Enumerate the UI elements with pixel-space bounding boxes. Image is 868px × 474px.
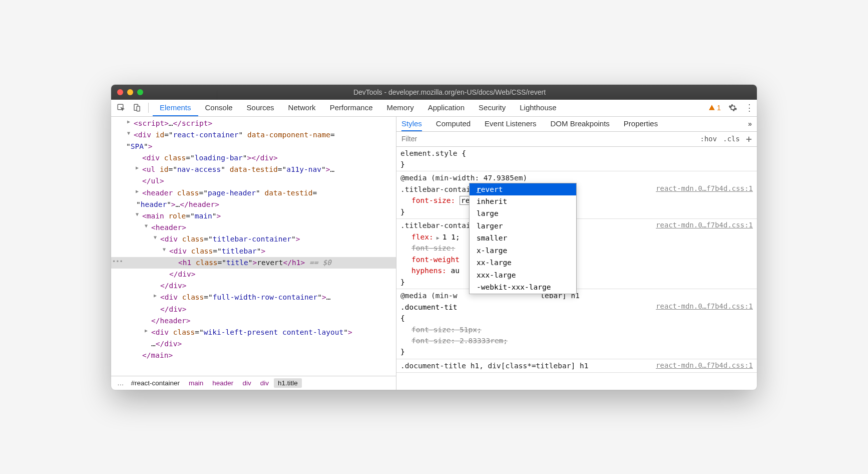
tab-event-listeners[interactable]: Event Listeners [485, 117, 536, 132]
autocomplete-option[interactable]: smaller [470, 232, 576, 244]
autocomplete-option[interactable]: revert [470, 183, 576, 195]
warnings-badge[interactable]: 1 [708, 104, 721, 112]
breadcrumb-item[interactable]: div [238, 378, 255, 388]
source-link[interactable]: react-mdn.0…f7b4d.css:1 [656, 360, 753, 371]
svg-rect-2 [137, 106, 140, 111]
window-titlebar: DevTools - developer.mozilla.org/en-US/d… [111, 85, 757, 100]
collapse-icon[interactable] [136, 210, 139, 218]
tab-sources[interactable]: Sources [240, 99, 281, 116]
autocomplete-option[interactable]: x-large [470, 245, 576, 257]
hov-toggle[interactable]: :hov [700, 135, 717, 143]
tab-network[interactable]: Network [281, 99, 323, 116]
breadcrumb-item[interactable]: h1.title [274, 378, 302, 388]
settings-icon[interactable] [726, 101, 740, 115]
close-window-button[interactable] [117, 89, 123, 95]
more-tabs-icon[interactable]: » [748, 120, 757, 128]
expand-icon[interactable] [127, 118, 130, 126]
styles-filter-input[interactable] [396, 132, 695, 146]
autocomplete-option[interactable]: xxx-large [470, 269, 576, 281]
new-rule-button[interactable]: + [746, 133, 752, 145]
collapse-icon[interactable] [154, 233, 157, 242]
collapse-icon[interactable] [127, 129, 130, 137]
autocomplete-option[interactable]: larger [470, 220, 576, 232]
breadcrumb-item[interactable]: header [208, 378, 237, 388]
autocomplete-option[interactable]: -webkit-xxx-large [470, 281, 576, 293]
autocomplete-option[interactable]: large [470, 207, 576, 219]
breadcrumb-item[interactable]: div [256, 378, 273, 388]
breadcrumb-item[interactable]: #react-container [127, 378, 184, 388]
main-tabs: Elements Console Sources Network Perform… [153, 99, 564, 116]
tab-console[interactable]: Console [198, 99, 240, 116]
dom-tree[interactable]: <script>…</script> <div id="react-contai… [111, 117, 396, 376]
tab-dom-breakpoints[interactable]: DOM Breakpoints [550, 117, 609, 132]
tab-computed[interactable]: Computed [436, 117, 471, 132]
autocomplete-popup: revert inherit large larger smaller x-la… [469, 183, 577, 294]
tab-properties[interactable]: Properties [624, 117, 658, 132]
sidebar-tabs: Styles Computed Event Listeners DOM Brea… [396, 117, 757, 132]
more-menu-icon[interactable]: ⋮ [745, 102, 754, 113]
tab-performance[interactable]: Performance [323, 99, 380, 116]
autocomplete-option[interactable]: xx-large [470, 257, 576, 269]
styles-panel: Styles Computed Event Listeners DOM Brea… [396, 117, 757, 390]
maximize-window-button[interactable] [137, 89, 143, 95]
expand-icon[interactable] [136, 187, 139, 195]
device-toggle-icon[interactable] [130, 101, 144, 115]
styles-list[interactable]: element.style { } react-mdn.0…f7b4d.css:… [396, 147, 757, 390]
source-link[interactable]: react-mdn.0…f7b4d.css:1 [656, 301, 753, 312]
elements-panel: <script>…</script> <div id="react-contai… [111, 117, 396, 390]
expand-icon[interactable] [145, 327, 148, 335]
selected-dom-node[interactable]: •••<h1 class="title">revert</h1> == $0 [111, 257, 396, 269]
tab-application[interactable]: Application [421, 99, 472, 116]
expand-icon[interactable] [154, 292, 157, 300]
source-link[interactable]: react-mdn.0…f7b4d.css:1 [656, 220, 753, 231]
tab-lighthouse[interactable]: Lighthouse [513, 99, 563, 116]
expand-icon[interactable] [136, 164, 139, 172]
tab-elements[interactable]: Elements [153, 99, 198, 116]
breadcrumbs: … #react-container main header div div h… [111, 376, 396, 390]
tab-styles[interactable]: Styles [401, 117, 422, 132]
collapse-icon[interactable] [163, 246, 166, 254]
tab-memory[interactable]: Memory [380, 99, 421, 116]
breadcrumb-overflow[interactable]: … [115, 378, 126, 388]
inspect-icon[interactable] [114, 101, 128, 115]
breadcrumb-item[interactable]: main [185, 378, 207, 388]
warnings-count: 1 [717, 104, 721, 112]
autocomplete-option[interactable]: inherit [470, 195, 576, 207]
window-title: DevTools - developer.mozilla.org/en-US/d… [148, 88, 751, 96]
dom-line-menu-icon[interactable]: ••• [112, 257, 123, 267]
main-toolbar: Elements Console Sources Network Perform… [111, 100, 757, 117]
source-link[interactable]: react-mdn.0…f7b4d.css:1 [656, 183, 753, 194]
cls-toggle[interactable]: .cls [723, 135, 740, 143]
collapse-icon[interactable] [145, 222, 148, 230]
tab-security[interactable]: Security [472, 99, 513, 116]
minimize-window-button[interactable] [127, 89, 133, 95]
